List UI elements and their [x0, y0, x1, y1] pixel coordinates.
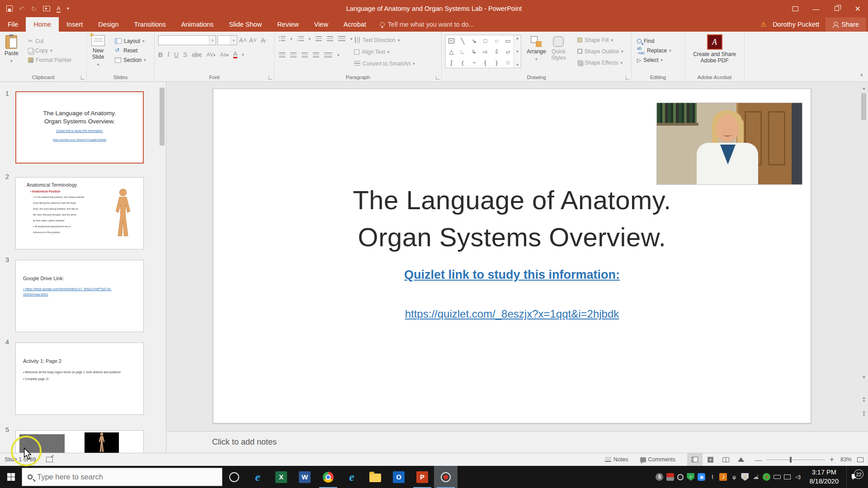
zoom-slider[interactable] — [766, 460, 825, 460]
align-right-icon[interactable] — [302, 52, 308, 57]
close-button[interactable]: × — [847, 0, 868, 17]
shape-outline-button[interactable]: Shape Outline▾ — [577, 47, 623, 56]
slide-thumbnail-5[interactable] — [15, 430, 144, 453]
ribbon-display-options-button[interactable] — [785, 0, 806, 17]
triangle-shape-icon[interactable]: △ — [449, 48, 454, 55]
quizlet-link-text[interactable]: Quizlet link to study this information: — [404, 268, 620, 282]
decrease-indent-icon[interactable] — [316, 36, 322, 41]
select-button[interactable]: ▷Select▾ — [637, 55, 671, 65]
increase-indent-icon[interactable] — [327, 36, 333, 41]
recording-status-icon[interactable] — [677, 474, 684, 480]
copy-button[interactable]: Copy ▾ — [28, 46, 71, 55]
taskbar-search-box[interactable] — [22, 468, 222, 486]
notes-placeholder[interactable]: Click to add notes — [212, 437, 277, 447]
skype-icon[interactable]: S — [656, 473, 663, 481]
text-box-shape-icon[interactable]: A≡ — [448, 38, 454, 43]
font-name-caret-icon[interactable]: ▾ — [209, 36, 216, 45]
replace-button[interactable]: ab⇢acReplace▾ — [637, 46, 671, 55]
quizlet-url[interactable]: https://quizlet.com/_8eszjx?x=1qqt&i=2hj… — [213, 308, 811, 320]
normal-view-button[interactable] — [687, 453, 703, 466]
font-size-combo[interactable]: ▾ — [217, 35, 237, 45]
character-spacing-button[interactable]: AV▾ — [207, 52, 216, 58]
customize-qat-icon[interactable]: ▾ — [67, 6, 69, 11]
tab-file[interactable]: File — [0, 17, 26, 32]
taskbar-edge[interactable]: e — [246, 466, 269, 488]
slide-thumbnail-3[interactable]: Google Drive Link: • https://drive.googl… — [15, 260, 144, 332]
display-icon[interactable] — [784, 474, 791, 479]
paragraph-dialog-launcher[interactable] — [436, 76, 439, 80]
fit-to-window-button[interactable] — [857, 457, 863, 462]
font-size-caret-icon[interactable]: ▾ — [230, 36, 237, 45]
right-arrow-shape-icon[interactable]: ⇨ — [483, 48, 488, 55]
tab-design[interactable]: Design — [90, 17, 126, 32]
arc-shape-icon[interactable]: ( — [462, 59, 463, 66]
shape-effects-button[interactable]: Shape Effects▾ — [577, 58, 623, 67]
quick-styles-button[interactable]: Quick Styles — [551, 36, 566, 61]
italic-button[interactable]: I — [167, 51, 170, 58]
reading-view-button[interactable] — [718, 453, 733, 466]
paste-button[interactable]: Paste ▾ — [5, 35, 19, 63]
onedrive-offline-icon[interactable]: ☁̸ — [752, 473, 760, 481]
taskbar-outlook[interactable]: O — [387, 466, 410, 488]
format-painter-button[interactable]: Format Painter — [28, 55, 71, 65]
notes-toggle-button[interactable]: Notes — [605, 456, 628, 463]
rectangle-shape-icon[interactable]: □ — [484, 38, 487, 44]
slide-thumbnail-1[interactable]: The Language of Anatomy. Organ Systems O… — [15, 91, 144, 164]
save-icon[interactable] — [6, 5, 13, 12]
thumbnail-panel-scrollbar[interactable] — [160, 86, 165, 449]
convert-smartart-button[interactable]: Convert to SmartArt▾ — [354, 59, 415, 68]
zoom-in-button[interactable]: + — [830, 455, 834, 464]
tab-acrobat[interactable]: Acrobat — [336, 17, 374, 32]
create-pdf-button[interactable]: A Create and Share Adobe PDF — [692, 34, 737, 64]
slide-sorter-view-button[interactable] — [703, 453, 718, 466]
align-text-button[interactable]: Align Text▾ — [354, 47, 415, 56]
search-input[interactable] — [37, 473, 217, 481]
slide-area-scrollbar[interactable]: ▲ ▼ ▲ ▲ ▼ ▼ — [861, 85, 867, 423]
change-case-button[interactable]: Aa▾ — [220, 52, 229, 58]
new-slide-button[interactable]: New Slide ▾ — [91, 35, 105, 67]
zoom-slider-thumb[interactable] — [790, 457, 792, 463]
slide-thumbnail-2[interactable]: Anatomical Terminology • Anatomical Posi… — [15, 177, 144, 249]
oval-shape-icon[interactable]: ○ — [495, 38, 499, 44]
defender-warning-icon[interactable]: ⚠ — [741, 473, 749, 481]
cortana-button[interactable] — [222, 466, 246, 488]
font-dialog-launcher[interactable] — [269, 76, 272, 80]
bold-button[interactable]: B — [158, 51, 163, 58]
action-center-button[interactable]: 22 — [846, 466, 864, 488]
microphone-icon[interactable]: ⌇ — [708, 473, 716, 481]
share-button[interactable]: Share — [826, 17, 866, 32]
elbow-arrow-connector-shape-icon[interactable]: ↳ — [472, 48, 476, 55]
underline-button[interactable]: U — [174, 51, 179, 58]
taskbar-screen-recorder[interactable] — [434, 466, 458, 488]
numbering-icon[interactable] — [297, 36, 304, 41]
spell-check-icon[interactable] — [46, 457, 53, 462]
notes-pane[interactable]: Click to add notes — [167, 431, 868, 453]
scribble-shape-icon[interactable]: ∫ — [451, 59, 453, 66]
line-shape-icon[interactable]: ╲ — [461, 38, 465, 44]
quizlet-link-label[interactable]: Quizlet link to study this information: — [213, 268, 811, 282]
collapse-ribbon-button[interactable]: ∧ — [860, 72, 863, 78]
slide-thumbnail-4[interactable]: Activity 1: Page 2 • Memorize all the bo… — [15, 343, 144, 415]
taskbar-clock[interactable]: 3:17 PM 8/18/2020 — [805, 468, 843, 486]
left-brace-shape-icon[interactable]: { — [484, 59, 486, 66]
user-name[interactable]: Dorothy Puckett — [773, 21, 819, 28]
account-warning-icon[interactable]: ⚠ — [761, 21, 767, 28]
reset-button[interactable]: ↺Reset — [115, 46, 146, 55]
start-button[interactable] — [0, 466, 22, 488]
taskbar-word[interactable]: W — [293, 466, 316, 488]
slide-title[interactable]: The Language of Anatomy. Organ Systems O… — [213, 182, 811, 256]
previous-slide-button[interactable]: ▲ ▲ — [861, 397, 867, 403]
restore-button[interactable] — [826, 0, 847, 17]
next-slide-button[interactable]: ▼ ▼ — [861, 411, 867, 418]
justify-icon[interactable] — [313, 52, 319, 57]
layout-button[interactable]: Layout▾ — [115, 36, 146, 46]
zoom-icon[interactable]: ▣ — [698, 473, 705, 481]
clear-formatting-button[interactable]: A̷ — [259, 37, 267, 44]
star-shape-icon[interactable]: ☆ — [505, 59, 511, 66]
down-arrow-shape-icon[interactable]: ⇩ — [494, 48, 499, 55]
columns-icon[interactable] — [324, 52, 332, 57]
scroll-down-button[interactable]: ▼ — [861, 374, 867, 380]
align-center-icon[interactable] — [290, 52, 297, 57]
rounded-rectangle-shape-icon[interactable]: ▭ — [505, 38, 510, 44]
taskbar-chrome[interactable] — [316, 466, 340, 488]
